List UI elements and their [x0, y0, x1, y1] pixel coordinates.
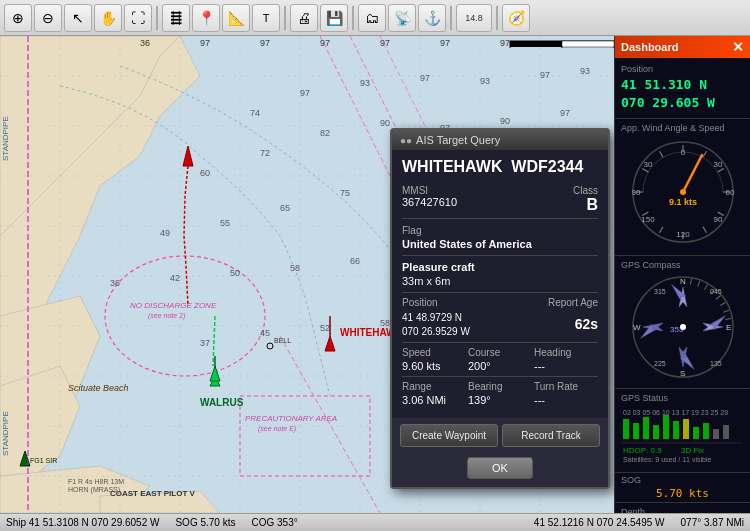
svg-text:97: 97 — [440, 38, 450, 48]
svg-text:F1 R 4s H8R 13M: F1 R 4s H8R 13M — [68, 478, 124, 485]
svg-text:97: 97 — [320, 38, 330, 48]
bearing-status: 077° 3.87 NMi — [681, 517, 744, 528]
position-widget: Position 41 51.310 N 070 29.605 W — [615, 58, 750, 119]
svg-text:75: 75 — [340, 188, 350, 198]
svg-text:72: 72 — [260, 148, 270, 158]
main-area: 74 97 93 97 93 97 93 60 72 82 90 97 90 9… — [0, 36, 750, 531]
svg-text:36: 36 — [110, 278, 120, 288]
svg-text:97: 97 — [500, 38, 510, 48]
ok-button[interactable]: OK — [467, 457, 533, 479]
ais-dialog-buttons: Create Waypoint Record Track — [392, 418, 608, 453]
svg-text:COAST EAST PILOT V: COAST EAST PILOT V — [110, 489, 196, 498]
svg-text:02 03 05 06 10 13 17 19 23 25 : 02 03 05 06 10 13 17 19 23 25 28 — [623, 409, 728, 416]
svg-text:BELL: BELL — [274, 337, 291, 344]
svg-rect-160 — [663, 415, 669, 439]
cog-status: COG 353° — [251, 517, 297, 528]
anchor-button[interactable]: ⚓ — [418, 4, 446, 32]
svg-rect-163 — [693, 427, 699, 439]
scale-display: 14.8 — [456, 4, 492, 32]
sep1 — [156, 6, 158, 30]
compass-widget: GPS Compass N S — [615, 256, 750, 389]
svg-text:90: 90 — [500, 116, 510, 126]
create-waypoint-button[interactable]: Create Waypoint — [400, 424, 498, 447]
pointer-button[interactable]: ↖ — [64, 4, 92, 32]
measure-button[interactable]: 📐 — [222, 4, 250, 32]
range-section: Range Bearing Turn Rate 3.06 NMi 139° --… — [402, 376, 598, 406]
svg-text:STANDPIPE: STANDPIPE — [1, 411, 10, 456]
svg-text:52: 52 — [320, 323, 330, 333]
svg-text:PRECAUTIONARY AREA: PRECAUTIONARY AREA — [245, 414, 337, 423]
dashboard: Dashboard ✕ Position 41 51.310 N 070 29.… — [614, 36, 750, 531]
svg-text:NO DISCHARGE ZONE: NO DISCHARGE ZONE — [130, 301, 217, 310]
text-button[interactable]: T — [252, 4, 280, 32]
svg-text:97: 97 — [420, 73, 430, 83]
dashboard-close-button[interactable]: ✕ — [732, 39, 744, 55]
svg-text:37: 37 — [200, 338, 210, 348]
svg-text:E: E — [726, 323, 731, 332]
svg-text:93: 93 — [360, 78, 370, 88]
svg-text:97: 97 — [260, 38, 270, 48]
wind-widget: App. Wind Angle & Speed — [615, 119, 750, 256]
compass-rose: N S W E 315 045 225 — [621, 272, 744, 382]
svg-text:50: 50 — [230, 268, 240, 278]
svg-text:135: 135 — [710, 360, 722, 367]
svg-rect-71 — [510, 41, 562, 47]
svg-rect-166 — [723, 425, 729, 439]
zoom-out-button[interactable]: ⊖ — [34, 4, 62, 32]
ais-dialog-content: WHITEHAWK WDF2344 MMSI 367427610 Class B… — [392, 150, 608, 418]
svg-text:HORN (MRASS): HORN (MRASS) — [68, 486, 120, 494]
pan-button[interactable]: ✋ — [94, 4, 122, 32]
svg-text:97: 97 — [300, 88, 310, 98]
svg-text:45: 45 — [260, 328, 270, 338]
sep2 — [284, 6, 286, 30]
sep3 — [352, 6, 354, 30]
svg-text:60: 60 — [200, 168, 210, 178]
svg-text:FG1 SIR: FG1 SIR — [30, 457, 57, 464]
chart-area[interactable]: 74 97 93 97 93 97 93 60 72 82 90 97 90 9… — [0, 36, 614, 531]
svg-text:(see note E): (see note E) — [258, 425, 296, 433]
svg-text:93: 93 — [580, 66, 590, 76]
svg-rect-162 — [683, 419, 689, 439]
svg-text:30: 30 — [713, 160, 722, 169]
save-button[interactable]: 💾 — [320, 4, 348, 32]
svg-rect-72 — [562, 41, 614, 47]
route-button[interactable]: 🛤 — [162, 4, 190, 32]
compass-button[interactable]: 🧭 — [502, 4, 530, 32]
ais-dialog-title: ●● AIS Target Query — [392, 130, 608, 150]
cursor-position: 41 52.1216 N 070 24.5495 W — [534, 517, 665, 528]
svg-rect-161 — [673, 421, 679, 439]
svg-text:9.1 kts: 9.1 kts — [668, 197, 696, 207]
sep4 — [450, 6, 452, 30]
svg-point-154 — [680, 324, 686, 330]
record-track-button[interactable]: Record Track — [502, 424, 600, 447]
svg-rect-157 — [633, 423, 639, 439]
vessel-name: WHITEHAWK WDF2344 — [402, 158, 598, 176]
svg-text:97: 97 — [200, 38, 210, 48]
toolbar: ⊕ ⊖ ↖ ✋ ⛶ 🛤 📍 📐 T 🖨 💾 🗂 📡 ⚓ 14.8 🧭 — [0, 0, 750, 36]
vessel-type-section: Pleasure craft 33m x 6m — [402, 255, 598, 288]
position-label: Position — [621, 64, 744, 74]
svg-text:120: 120 — [676, 230, 690, 239]
svg-text:3D Fix: 3D Fix — [681, 446, 704, 455]
ais-dialog-title-text: AIS Target Query — [416, 134, 500, 146]
waypoint-button[interactable]: 📍 — [192, 4, 220, 32]
ais-dialog-ok-area: OK — [392, 453, 608, 487]
zoom-in-button[interactable]: ⊕ — [4, 4, 32, 32]
svg-text:30: 30 — [643, 160, 652, 169]
svg-text:N: N — [680, 277, 686, 286]
svg-text:58: 58 — [290, 263, 300, 273]
ais-button[interactable]: 📡 — [388, 4, 416, 32]
svg-text:74: 74 — [250, 108, 260, 118]
svg-text:90: 90 — [631, 188, 640, 197]
zoom-rect-button[interactable]: ⛶ — [124, 4, 152, 32]
svg-text:HDOP: 0.9: HDOP: 0.9 — [623, 446, 662, 455]
sog-value: 5.70 kts — [621, 487, 744, 500]
svg-text:97: 97 — [540, 70, 550, 80]
layers-button[interactable]: 🗂 — [358, 4, 386, 32]
print-button[interactable]: 🖨 — [290, 4, 318, 32]
svg-text:97: 97 — [560, 108, 570, 118]
svg-text:65: 65 — [280, 203, 290, 213]
svg-text:WALRUS: WALRUS — [200, 397, 244, 408]
sog-label: SOG — [621, 475, 744, 485]
ship-position: Ship 41 51.3108 N 070 29.6052 W — [6, 517, 159, 528]
